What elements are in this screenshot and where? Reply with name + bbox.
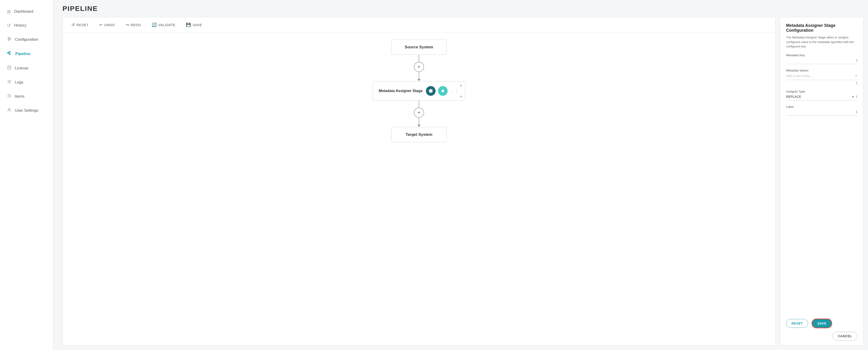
line-2 xyxy=(419,72,419,79)
sidebar-item-label: Dashboard xyxy=(14,9,33,14)
sidebar-item-dashboard[interactable]: ⊞ Dashboard xyxy=(0,5,53,19)
drag-handle-icon[interactable]: ⋮⋮ xyxy=(450,88,459,94)
metadata-key-row: ℹ xyxy=(786,58,857,64)
page-title: PIPELINE xyxy=(62,5,859,12)
content-area: ↺ RESET ↩ UNDO ↪ REDO 🔄 VALIDATE 💾 S xyxy=(53,15,868,350)
assigner-type-group: Assigner Type REPLACE ▼ ℹ xyxy=(786,90,857,100)
metadata-key-info-icon: ℹ xyxy=(856,58,857,62)
right-panel: Metadata Assigner Stage Configuration Th… xyxy=(780,17,863,345)
sidebar-item-label: Items xyxy=(15,94,25,99)
connector-2: + xyxy=(414,101,424,127)
sidebar-item-license[interactable]: License xyxy=(0,61,53,75)
assigner-type-row: REPLACE ▼ ℹ xyxy=(786,95,857,100)
save-toolbar-button[interactable]: 💾 SAVE xyxy=(184,22,204,28)
panel-title: Metadata Assigner Stage Configuration xyxy=(786,23,857,33)
arrow-1 xyxy=(417,79,421,81)
svg-point-5 xyxy=(8,39,9,40)
sidebar-item-logs[interactable]: Logs xyxy=(0,75,53,89)
redo-button[interactable]: ↪ REDO xyxy=(124,22,143,28)
connector-1: + xyxy=(414,55,424,81)
arrow-2 xyxy=(417,125,421,127)
reset-toolbar-button[interactable]: ↺ RESET xyxy=(70,22,90,28)
metadata-assigner-stage-node: ▲ Metadata Assigner Stage xyxy=(373,81,465,101)
chevron-up-icon[interactable]: ▲ xyxy=(460,83,463,87)
redo-icon: ↪ xyxy=(126,23,129,27)
metadata-values-row: Add a new entry… + xyxy=(786,73,857,80)
svg-point-20 xyxy=(8,108,10,110)
svg-rect-8 xyxy=(9,54,10,55)
source-node-label: Source System xyxy=(405,45,433,49)
redo-label: REDO xyxy=(130,23,141,27)
sidebar-item-label: History xyxy=(14,23,26,28)
undo-button[interactable]: ↩ UNDO xyxy=(97,22,117,28)
panel-save-button[interactable]: SAVE xyxy=(811,319,832,328)
validate-button[interactable]: 🔄 VALIDATE xyxy=(150,22,178,28)
sidebar-item-pipeline[interactable]: Pipeline xyxy=(0,46,53,61)
add-stage-button-1[interactable]: + xyxy=(414,62,424,72)
line-1 xyxy=(419,55,419,62)
validate-icon: 🔄 xyxy=(152,23,157,27)
assigner-type-value: REPLACE xyxy=(786,95,801,99)
main-content: PIPELINE ↺ RESET ↩ UNDO ↪ REDO 🔄 xyxy=(53,0,868,350)
svg-rect-7 xyxy=(9,52,10,53)
toolbar: ↺ RESET ↩ UNDO ↪ REDO 🔄 VALIDATE 💾 S xyxy=(63,18,775,33)
line-4 xyxy=(419,118,419,125)
label-info-icon: ℹ xyxy=(856,110,857,114)
validate-label: VALIDATE xyxy=(158,23,175,27)
target-system-node[interactable]: Target System xyxy=(391,127,447,142)
panel-actions: RESET SAVE CANCEL xyxy=(786,314,857,341)
sidebar-item-label: Logs xyxy=(15,80,23,85)
svg-point-3 xyxy=(8,37,9,38)
sidebar-item-label: User Settings xyxy=(15,108,38,113)
history-icon: ↺ xyxy=(7,23,11,28)
license-icon xyxy=(7,65,11,71)
metadata-values-info-icon: ℹ xyxy=(787,80,857,85)
source-system-node[interactable]: Source System xyxy=(391,39,447,55)
sidebar-item-configuration[interactable]: Configuration xyxy=(0,32,53,46)
sidebar-item-label: Configuration xyxy=(15,37,38,42)
user-icon xyxy=(7,107,11,113)
save-label: SAVE xyxy=(193,23,202,27)
sidebar-item-label: License xyxy=(15,66,28,70)
config-icon xyxy=(7,37,11,42)
chevron-down-icon[interactable]: ▼ xyxy=(460,95,463,99)
label-row: ℹ xyxy=(786,110,857,116)
undo-label: UNDO xyxy=(104,23,115,27)
metadata-values-placeholder: Add a new entry… xyxy=(786,74,813,78)
stage-settings-button[interactable] xyxy=(426,86,436,96)
label-field-label: Label xyxy=(786,105,857,108)
panel-reset-button[interactable]: RESET xyxy=(786,319,808,328)
sidebar-item-user-settings[interactable]: User Settings xyxy=(0,103,53,118)
sidebar-item-items[interactable]: Items xyxy=(0,89,53,103)
chevron-down-select-icon: ▼ xyxy=(851,95,855,99)
dashboard-icon: ⊞ xyxy=(7,9,11,14)
assigner-type-info-icon: ℹ xyxy=(856,95,857,99)
panel-cancel-button[interactable]: CANCEL xyxy=(833,332,857,341)
label-input[interactable] xyxy=(786,110,855,114)
pipeline-canvas: ↺ RESET ↩ UNDO ↪ REDO 🔄 VALIDATE 💾 S xyxy=(62,17,775,345)
items-icon xyxy=(7,93,11,99)
page-header: PIPELINE xyxy=(53,0,868,15)
sidebar-item-history[interactable]: ↺ History xyxy=(0,19,53,32)
svg-line-9 xyxy=(8,52,9,53)
target-node-label: Target System xyxy=(406,132,432,137)
label-group: Label ℹ xyxy=(786,105,857,116)
stage-controls: ⋮⋮ xyxy=(426,86,459,96)
assigner-type-label: Assigner Type xyxy=(786,90,857,93)
reset-icon: ↺ xyxy=(71,23,75,27)
line-3 xyxy=(419,101,419,107)
metadata-values-label: Metadata Values xyxy=(786,69,857,72)
stage-label: Metadata Assigner Stage xyxy=(379,89,423,93)
pipeline-flow: Source System + ▲ Metadata Assigner Stag… xyxy=(63,33,775,345)
reset-label: RESET xyxy=(76,23,89,27)
metadata-key-label: Metadata Key xyxy=(786,54,857,57)
pipeline-icon xyxy=(7,51,12,57)
sidebar-item-label: Pipeline xyxy=(15,52,30,56)
svg-line-10 xyxy=(8,53,9,54)
add-stage-button-2[interactable]: + xyxy=(414,107,424,118)
add-entry-icon[interactable]: + xyxy=(855,73,857,78)
save-icon: 💾 xyxy=(186,23,191,27)
stage-delete-button[interactable] xyxy=(438,86,448,96)
metadata-key-input[interactable] xyxy=(786,59,855,62)
metadata-key-group: Metadata Key ℹ xyxy=(786,54,857,64)
